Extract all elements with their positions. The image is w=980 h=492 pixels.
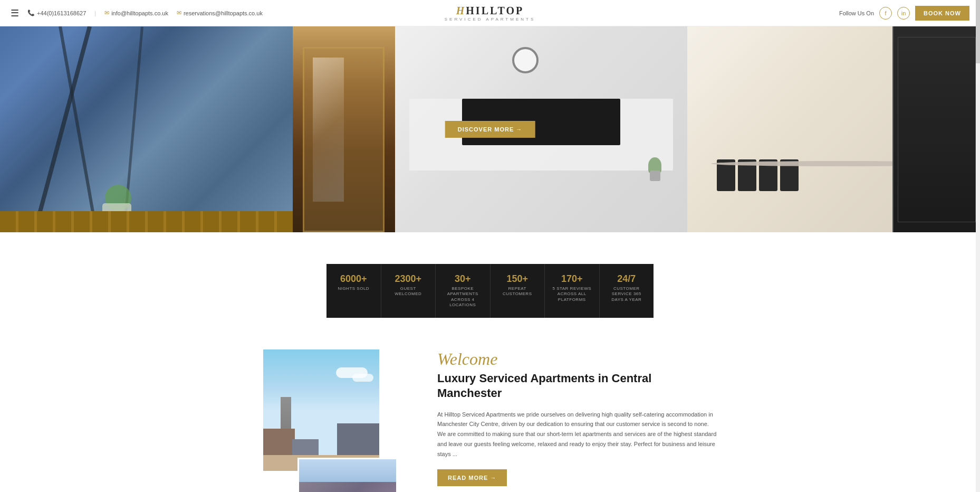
- stats-section: 6000+ NIGHTS SOLD 2300+ GUEST WELCOMED 3…: [0, 248, 980, 334]
- scrollbar-thumb[interactable]: [976, 0, 980, 63]
- stat-number-2: 30+: [442, 273, 484, 285]
- aerial-buildings: [299, 482, 396, 492]
- stat-number-1: 2300+: [388, 273, 429, 285]
- stat-item-0: 6000+ NIGHTS SOLD: [326, 264, 381, 318]
- welcome-body-text: At Hilltop Serviced Apartments we pride …: [437, 410, 717, 459]
- city-image-secondary: [297, 458, 398, 492]
- phone-contact: 📞 +44(0)1613168627: [27, 10, 86, 16]
- reservations-email[interactable]: ✉ reservations@hilltopapts.co.uk: [177, 10, 263, 16]
- logo-text: HHILLTOP: [445, 5, 535, 17]
- stats-bar: 6000+ NIGHTS SOLD 2300+ GUEST WELCOMED 3…: [326, 264, 654, 318]
- stat-number-5: 24/7: [606, 273, 648, 285]
- stat-label-3: REPEAT CUSTOMERS: [497, 286, 539, 297]
- hero-panel-door: [293, 26, 395, 232]
- follow-us-label: Follow Us On: [839, 10, 874, 16]
- stat-number-4: 170+: [551, 273, 593, 285]
- phone-number: +44(0)1613168627: [37, 10, 86, 16]
- glass-reflection: [313, 58, 343, 202]
- welcome-images: [263, 349, 416, 492]
- hero-panel-living: [395, 26, 688, 232]
- hamburger-menu[interactable]: ☰: [11, 7, 19, 19]
- logo-subtitle: SERVICED APARTMENTS: [445, 17, 535, 22]
- email-icon-2: ✉: [177, 10, 181, 16]
- wall-clock: [512, 47, 539, 73]
- scrollbar-track: [976, 0, 980, 492]
- cloud-2: [352, 374, 373, 382]
- stat-item-3: 150+ REPEAT CUSTOMERS: [491, 264, 545, 318]
- welcome-content: Welcome Luxury Serviced Apartments in Ce…: [437, 349, 717, 487]
- stat-item-4: 170+ 5 STAR REVIEWS ACROSS ALL PLATFORMS: [545, 264, 600, 318]
- linkedin-icon[interactable]: in: [897, 7, 910, 20]
- book-now-button[interactable]: BOOK NOW: [915, 6, 969, 21]
- stat-number-3: 150+: [497, 273, 539, 285]
- info-email[interactable]: ✉ info@hilltopapts.co.uk: [104, 10, 168, 16]
- hero-section: DISCOVER MORE →: [0, 26, 980, 232]
- email-icon-1: ✉: [104, 10, 109, 16]
- city-image-main: [263, 349, 379, 471]
- stat-label-0: NIGHTS SOLD: [333, 286, 374, 291]
- stat-label-1: GUEST WELCOMED: [388, 286, 429, 297]
- hero-panel-dining: [687, 26, 980, 232]
- side-plant: [648, 157, 664, 181]
- stat-label-2: BESPOKE APARTMENTS ACROSS 4 LOCATIONS: [442, 286, 484, 308]
- info-email-text: info@hilltopapts.co.uk: [111, 10, 168, 16]
- reservations-email-text: reservations@hilltopapts.co.uk: [184, 10, 263, 16]
- read-more-button[interactable]: READ MORE →: [437, 469, 507, 486]
- stat-number-0: 6000+: [333, 273, 374, 285]
- logo[interactable]: HHILLTOP SERVICED APARTMENTS: [445, 5, 535, 22]
- phone-icon: 📞: [27, 10, 35, 16]
- wardrobe-door: [898, 37, 976, 222]
- logo-icon: H: [456, 5, 466, 16]
- stat-label-4: 5 STAR REVIEWS ACROSS ALL PLATFORMS: [551, 286, 593, 302]
- plant-base: [650, 171, 660, 181]
- header-left: ☰ 📞 +44(0)1613168627 | ✉ info@hilltopapt…: [11, 7, 263, 19]
- hero-cta-overlay: DISCOVER MORE →: [445, 121, 535, 138]
- logo-area: HHILLTOP SERVICED APARTMENTS: [445, 5, 535, 22]
- divider-1: |: [94, 10, 96, 16]
- hero-panel-balcony: [0, 26, 293, 232]
- header-right: Follow Us On f in BOOK NOW: [839, 6, 969, 21]
- stat-item-1: 2300+ GUEST WELCOMED: [381, 264, 436, 318]
- wardrobe: [892, 26, 980, 232]
- facebook-icon[interactable]: f: [879, 7, 892, 20]
- site-header: ☰ 📞 +44(0)1613168627 | ✉ info@hilltopapt…: [0, 0, 980, 26]
- wood-floor: [0, 211, 293, 232]
- stat-item-2: 30+ BESPOKE APARTMENTS ACROSS 4 LOCATION…: [436, 264, 491, 318]
- logo-name: HILLTOP: [466, 5, 524, 16]
- welcome-title: Welcome: [437, 349, 717, 369]
- stat-label-5: CUSTOMER SERVICE 365 DAYS A YEAR: [606, 286, 648, 302]
- discover-more-button[interactable]: DISCOVER MORE →: [445, 121, 535, 138]
- welcome-section: Welcome Luxury Serviced Apartments in Ce…: [253, 349, 727, 492]
- stat-item-5: 24/7 CUSTOMER SERVICE 365 DAYS A YEAR: [600, 264, 654, 318]
- welcome-subtitle: Luxury Serviced Apartments in Central Ma…: [437, 371, 717, 401]
